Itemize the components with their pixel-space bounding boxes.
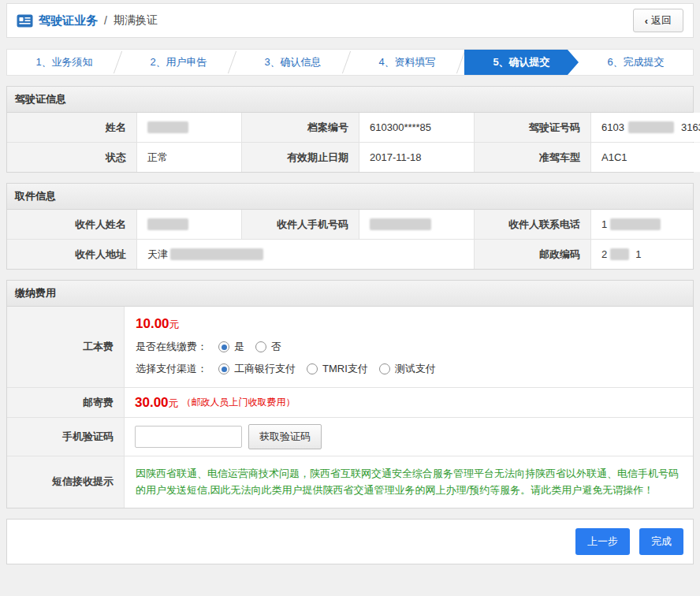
steps-nav: 1、业务须知 2、用户申告 3、确认信息 4、资料填写 5、确认提交 6、完成提…: [6, 49, 694, 76]
postcode-label: 邮政编码: [475, 240, 590, 269]
step-label: 4、资料填写: [378, 55, 435, 69]
channel-option-test[interactable]: 测试支付: [379, 362, 436, 376]
online-pay-caption: 是否在线缴费：: [136, 340, 207, 354]
step-label: 6、完成提交: [607, 55, 664, 69]
redacted-value: [147, 218, 188, 230]
fee-label: 工本费: [7, 307, 124, 387]
recipient-phone-value: [359, 210, 474, 239]
step-5-confirm-submit: 5、确认提交: [464, 50, 579, 75]
payment-section-title: 缴纳费用: [7, 281, 693, 307]
address-label: 收件人地址: [7, 240, 136, 269]
license-business-icon: [17, 14, 33, 28]
sms-tip-text: 因陕西省联通、电信运营商技术问题，陕西省互联网交通安全综合服务管理平台无法向持陕…: [136, 465, 682, 499]
sms-tip-label: 短信接收提示: [7, 456, 124, 508]
online-pay-row: 是否在线缴费： 是 否: [136, 340, 682, 354]
online-pay-option-yes[interactable]: 是: [218, 340, 244, 354]
get-code-button[interactable]: 获取验证码: [248, 424, 322, 449]
postcode-suffix: 1: [635, 248, 641, 260]
expiry-label: 有效期止日期: [242, 143, 359, 172]
online-pay-option-no[interactable]: 否: [255, 340, 281, 354]
redacted-value: [370, 218, 431, 230]
postage-unit: 元: [169, 397, 179, 409]
step-6-complete-submit: 6、完成提交: [579, 50, 693, 75]
back-chevron-icon: ‹: [645, 15, 648, 27]
file-no-label: 档案编号: [242, 113, 359, 142]
expiry-value: 2017-11-18: [359, 143, 474, 172]
step-1-business-notice: 1、业务须知: [7, 50, 121, 75]
breadcrumb-separator: /: [104, 14, 107, 27]
address-value: 天津: [137, 240, 474, 269]
postcode-prefix: 2: [601, 248, 607, 260]
redacted-value: [147, 121, 188, 133]
back-button-label: 返回: [651, 13, 672, 28]
vehicle-class-label: 准驾车型: [475, 143, 590, 172]
online-pay-option-no-label: 否: [271, 340, 281, 354]
license-no-value: 61033163X: [591, 113, 700, 142]
pickup-info-section-title: 取件信息: [7, 184, 693, 210]
radio-unchecked-icon: [379, 363, 390, 374]
online-pay-option-yes-label: 是: [234, 340, 244, 354]
step-label: 3、确认信息: [264, 55, 321, 69]
recipient-tel-label: 收件人联系电话: [475, 210, 590, 239]
postage-note: （邮政人员上门收取费用）: [182, 396, 296, 409]
pickup-info-section: 取件信息 收件人姓名 收件人手机号码 收件人联系电话 1 收件人地址 天津 邮政…: [6, 183, 694, 270]
fee-amount: 10.00: [136, 316, 169, 331]
previous-step-button[interactable]: 上一步: [575, 528, 630, 555]
radio-checked-icon: [218, 363, 229, 374]
channel-option-tmri[interactable]: TMRI支付: [307, 362, 368, 376]
recipient-name-value: [137, 210, 241, 239]
name-label: 姓名: [7, 113, 136, 142]
fee-value-cell: 10.00元 是否在线缴费： 是 否 选择支付渠道：: [125, 307, 693, 387]
sms-code-cell: 获取验证码: [125, 418, 693, 456]
channel-option-tmri-label: TMRI支付: [322, 362, 368, 376]
redacted-value: [610, 248, 629, 260]
license-info-section-title: 驾驶证信息: [7, 87, 693, 113]
back-button[interactable]: ‹ 返回: [633, 9, 683, 32]
finish-button[interactable]: 完成: [639, 528, 683, 555]
postage-value-cell: 30.00元 （邮政人员上门收取费用）: [125, 388, 693, 417]
redacted-value: [610, 218, 661, 230]
recipient-phone-label: 收件人手机号码: [242, 210, 359, 239]
channel-option-test-label: 测试支付: [395, 362, 436, 376]
recipient-tel-value: 1: [591, 210, 693, 239]
postage-amount: 30.00: [135, 395, 169, 410]
payment-table: 工本费 10.00元 是否在线缴费： 是 否 选: [7, 307, 693, 508]
license-info-section: 驾驶证信息 姓名 档案编号 610300****85 驾驶证号码 6103316…: [6, 86, 694, 173]
sms-code-input[interactable]: [135, 426, 242, 448]
fee-price: 10.00元: [136, 316, 682, 332]
footer-actions: 上一步 完成: [6, 519, 694, 564]
page: 驾驶证业务 / 期满换证 ‹ 返回 1、业务须知 2、用户申告 3、确认信息 4…: [0, 0, 700, 571]
postage-label: 邮寄费: [7, 388, 124, 417]
topbar: 驾驶证业务 / 期满换证 ‹ 返回: [6, 3, 694, 38]
address-prefix: 天津: [147, 248, 168, 262]
sms-tip-cell: 因陕西省联通、电信运营商技术问题，陕西省互联网交通安全综合服务管理平台无法向持陕…: [125, 456, 693, 508]
redacted-value: [628, 121, 674, 133]
sms-code-label: 手机验证码: [7, 418, 124, 456]
name-value: [137, 113, 241, 142]
status-value: 正常: [137, 143, 241, 172]
license-no-label: 驾驶证号码: [475, 113, 590, 142]
radio-unchecked-icon: [255, 341, 266, 352]
status-label: 状态: [7, 143, 136, 172]
channel-option-icbc[interactable]: 工商银行支付: [218, 362, 296, 376]
step-label: 1、业务须知: [35, 55, 92, 69]
pickup-info-table: 收件人姓名 收件人手机号码 收件人联系电话 1 收件人地址 天津 邮政编码 21: [7, 210, 693, 269]
file-no-value: 610300****85: [359, 113, 474, 142]
payment-section: 缴纳费用 工本费 10.00元 是否在线缴费： 是 否: [6, 280, 694, 508]
postage-price: 30.00元: [135, 395, 179, 411]
channel-option-icbc-label: 工商银行支付: [234, 362, 296, 376]
redacted-value: [170, 248, 263, 260]
recipient-tel-prefix: 1: [601, 218, 607, 230]
breadcrumb: 驾驶证业务 / 期满换证: [17, 13, 158, 28]
step-3-confirm-info: 3、确认信息: [236, 50, 350, 75]
fee-unit: 元: [169, 318, 180, 330]
postcode-value: 21: [591, 240, 693, 269]
license-no-suffix: 3163X: [681, 121, 700, 133]
radio-unchecked-icon: [307, 363, 318, 374]
pay-channel-row: 选择支付渠道： 工商银行支付 TMRI支付 测试支付: [136, 362, 682, 376]
vehicle-class-value: A1C1: [591, 143, 700, 172]
license-info-table: 姓名 档案编号 610300****85 驾驶证号码 61033163X 状态 …: [7, 113, 693, 172]
step-label: 2、用户申告: [150, 55, 207, 69]
page-title: 驾驶证业务: [39, 13, 98, 28]
license-no-prefix: 6103: [601, 121, 624, 133]
